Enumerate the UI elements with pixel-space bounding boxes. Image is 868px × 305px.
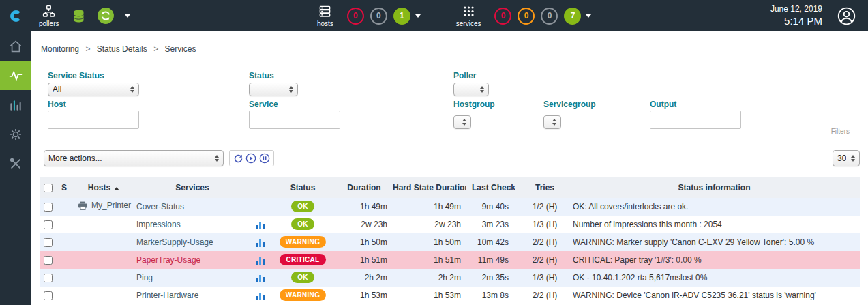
poller-select[interactable]	[453, 83, 489, 96]
services-critical-badge[interactable]: 0	[494, 8, 511, 25]
graph-icon[interactable]	[256, 256, 265, 265]
row-select-checkbox[interactable]	[44, 238, 53, 247]
duration-cell: 1h 50m	[335, 233, 393, 251]
status-information-cell: Number of impressions this month : 2054	[569, 216, 860, 233]
graph-icon[interactable]	[256, 220, 265, 229]
status-badge: CRITICAL	[280, 254, 325, 265]
page-size-select[interactable]: 30	[833, 150, 860, 166]
output-input[interactable]	[650, 111, 741, 129]
duration-cell: 1h 51m	[335, 251, 393, 269]
service-link[interactable]: Impressions	[136, 220, 181, 229]
select-arrows-icon	[126, 86, 134, 93]
breadcrumb-separator: >	[153, 44, 158, 54]
user-menu-button[interactable]	[837, 7, 856, 25]
last-check-cell: 13m 8s	[466, 287, 521, 304]
refresh-button[interactable]	[233, 154, 243, 164]
col-header-services[interactable]: Services	[135, 177, 250, 198]
status-select[interactable]	[249, 83, 298, 96]
hosts-chevron-down-icon[interactable]	[415, 14, 421, 18]
col-header-hosts[interactable]: Hosts	[72, 177, 135, 198]
sort-asc-icon	[114, 187, 119, 190]
col-header-tries[interactable]: Tries	[521, 177, 569, 198]
services-warning-badge[interactable]: 0	[518, 8, 535, 25]
service-link[interactable]: Printer-Hardware	[136, 291, 198, 300]
home-icon	[9, 40, 23, 53]
service-link[interactable]: MarkerSupply-Usage	[136, 237, 213, 247]
play-button[interactable]	[245, 153, 256, 164]
pollers-label: pollers	[39, 20, 59, 27]
sidebar-item-configuration[interactable]	[0, 119, 31, 149]
heartbeat-icon	[8, 68, 23, 83]
col-header-duration[interactable]: Duration	[335, 177, 393, 198]
topbar-services[interactable]: services	[449, 5, 489, 27]
breadcrumb-services: Services	[164, 44, 196, 54]
select-arrows-icon	[548, 119, 556, 126]
services-ok-badge[interactable]: 7	[564, 8, 581, 25]
status-badge: OK	[291, 201, 314, 212]
services-unknown-badge[interactable]: 0	[541, 8, 558, 25]
sidebar-item-administration[interactable]	[0, 149, 31, 178]
sidebar-item-monitoring[interactable]	[0, 61, 31, 90]
hard-state-duration-cell: 1h 53m	[393, 287, 466, 304]
status-information-cell: CRITICAL: Paper tray '1#3': 0.00 %	[569, 251, 860, 269]
clock: June 12, 2019 5:14 PM	[770, 3, 822, 28]
status-badge: OK	[291, 272, 314, 283]
more-actions-select[interactable]: More actions...	[44, 150, 224, 166]
hosts-down-badge[interactable]: 0	[347, 8, 364, 25]
services-table: S Hosts Services Status Duration Hard St…	[40, 177, 860, 304]
poller-database-button[interactable]	[72, 9, 86, 23]
pause-icon	[259, 153, 270, 164]
col-header-s[interactable]: S	[56, 177, 72, 198]
service-link[interactable]: PaperTray-Usage	[136, 255, 200, 265]
centreon-logo[interactable]	[0, 0, 31, 31]
row-select-checkbox[interactable]	[44, 203, 53, 212]
topbar-hosts[interactable]: hosts	[310, 5, 341, 27]
duration-cell: 2w 23h	[335, 216, 393, 233]
breadcrumb-status-details[interactable]: Status Details	[97, 44, 147, 54]
hard-state-duration-cell: 1h 51m	[393, 251, 466, 269]
poller-label: Poller	[453, 71, 476, 81]
service-link[interactable]: Cover-Status	[136, 202, 184, 212]
status-information-cell: OK: All covers/interlocks are ok.	[569, 198, 860, 216]
row-select-checkbox[interactable]	[44, 274, 53, 282]
breadcrumb-monitoring[interactable]: Monitoring	[41, 44, 79, 54]
row-select-checkbox[interactable]	[44, 291, 53, 300]
topbar-pollers[interactable]: pollers	[31, 5, 66, 27]
col-header-last-check[interactable]: Last Check	[466, 177, 521, 198]
host-input[interactable]	[48, 111, 139, 129]
status-badge: WARNING	[280, 289, 326, 301]
poller-status-button[interactable]	[97, 7, 115, 25]
graph-icon[interactable]	[256, 274, 265, 282]
pause-button[interactable]	[259, 153, 270, 164]
services-chevron-down-icon[interactable]	[586, 14, 591, 18]
hostgroup-select[interactable]	[453, 115, 471, 129]
col-header-status-information[interactable]: Status information	[569, 177, 860, 198]
select-arrows-icon	[285, 86, 293, 93]
table-row: Printer-Hardware WARNING 1h 53m 1h 53m 1…	[40, 287, 860, 304]
pollers-chevron-down-icon[interactable]	[125, 14, 130, 18]
hosts-up-badge[interactable]: 1	[393, 8, 410, 25]
last-check-cell: 11m 49s	[466, 251, 521, 269]
services-icon	[462, 5, 475, 18]
servicegroup-label: Servicegroup	[543, 100, 596, 109]
select-arrows-icon	[847, 155, 855, 162]
sidebar-item-home[interactable]	[0, 31, 31, 61]
duration-cell: 1h 53m	[335, 287, 393, 304]
row-select-checkbox[interactable]	[44, 220, 53, 229]
select-all-checkbox[interactable]	[44, 184, 53, 192]
table-row: MarkerSupply-Usage WARNING 1h 50m 1h 50m…	[40, 233, 860, 251]
service-link[interactable]: Ping	[136, 273, 153, 282]
row-select-checkbox[interactable]	[44, 256, 53, 265]
hosts-unreachable-badge[interactable]: 0	[370, 8, 387, 25]
service-input[interactable]	[249, 111, 340, 129]
graph-icon[interactable]	[256, 238, 265, 247]
servicegroup-select[interactable]	[543, 115, 561, 129]
sidebar-item-reporting[interactable]	[0, 90, 31, 119]
severity-cell	[56, 287, 72, 304]
col-header-hard-state-duration[interactable]: Hard State Duration	[393, 177, 466, 198]
graph-icon[interactable]	[256, 291, 265, 300]
col-header-status[interactable]: Status	[270, 177, 335, 198]
service-status-select[interactable]: All	[48, 83, 139, 96]
hosts-label: hosts	[317, 20, 333, 27]
host-link[interactable]: My_Printer	[91, 201, 131, 210]
